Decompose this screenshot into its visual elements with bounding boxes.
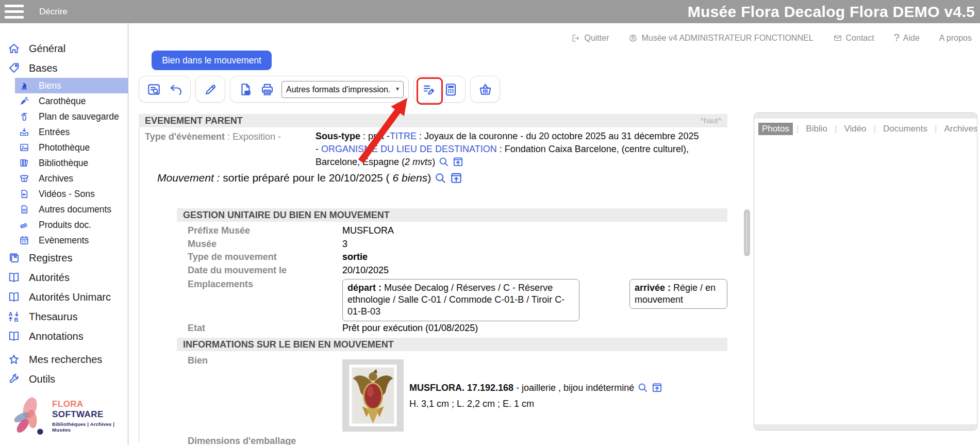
sidebar: Général Bases Biens Carothèque Plan de s… bbox=[0, 23, 128, 445]
sidebar-item-label: Autres documents bbox=[39, 204, 111, 215]
top-bar: Décrire Musée Flora Decalog Flora DEMO v… bbox=[0, 0, 980, 23]
bien-thumbnail[interactable] bbox=[342, 359, 404, 432]
flora-petals-icon bbox=[7, 392, 49, 439]
sidebar-item-label: Entrées bbox=[39, 127, 70, 138]
sidebar-item-autres-documents[interactable]: Autres documents bbox=[0, 202, 128, 217]
search-icon[interactable] bbox=[438, 156, 450, 168]
sidebar-item-archives[interactable]: Archives bbox=[0, 171, 128, 186]
media-panel: Photos | Biblio | Vidéo | Documents | Ar… bbox=[754, 112, 977, 431]
sidebar-item-biens[interactable]: Biens bbox=[15, 78, 128, 93]
print-format-select[interactable]: Autres formats d'impression... bbox=[281, 81, 404, 98]
sidebar-item-autorites-unimarc[interactable]: Autorités Unimarc bbox=[0, 287, 128, 307]
sidebar-item-entrees[interactable]: Entrées bbox=[0, 124, 128, 140]
sidebar-item-outils[interactable]: Outils bbox=[0, 369, 128, 389]
search-icon[interactable] bbox=[637, 382, 649, 393]
contact-button[interactable]: Contact bbox=[833, 34, 874, 43]
carrot-icon bbox=[19, 96, 29, 106]
undo-arrow-icon bbox=[169, 82, 184, 97]
back-to-top-link[interactable]: ^haut^ bbox=[701, 117, 721, 125]
help-button[interactable]: ? Aide bbox=[894, 32, 920, 44]
sidebar-item-bibliotheque[interactable]: Bibliothèque bbox=[0, 155, 128, 171]
open-box-icon bbox=[19, 173, 29, 184]
field-value-type-de-mouvement: sortie bbox=[342, 252, 368, 262]
basket-icon bbox=[478, 82, 493, 97]
panel-splitter-handle[interactable] bbox=[744, 209, 750, 256]
calculator-button[interactable] bbox=[441, 79, 460, 100]
section-header-informations: INFORMATIONS SUR LE BIEN EN MOUVEMENT bbox=[177, 338, 727, 351]
user-circle-icon bbox=[628, 34, 638, 43]
sidebar-item-produits-doc[interactable]: Produits doc. bbox=[0, 217, 128, 233]
open-record-icon[interactable] bbox=[450, 171, 463, 185]
bien-identification-line: MUSFLORA. 17.192.168 - joaillerie , bijo… bbox=[409, 382, 663, 393]
sidebar-item-registres[interactable]: Registres bbox=[0, 248, 128, 268]
undo-button[interactable] bbox=[166, 79, 186, 100]
sidebar-item-carotheque[interactable]: Carothèque bbox=[0, 93, 128, 109]
sidebar-item-general[interactable]: Général bbox=[0, 39, 128, 58]
sidebar-item-label: Plan de sauvegarde bbox=[39, 111, 119, 122]
tab-photos[interactable]: Photos bbox=[758, 123, 793, 135]
logo-brand-first: FLORA bbox=[52, 399, 83, 409]
calculator-icon bbox=[443, 82, 458, 97]
tab-video[interactable]: Vidéo bbox=[840, 123, 870, 135]
field-value-musee: 3 bbox=[342, 239, 347, 250]
exit-icon bbox=[571, 34, 580, 43]
edit-button[interactable] bbox=[201, 79, 220, 100]
tab-bien-dans-le-mouvement[interactable]: Bien dans le mouvement bbox=[152, 51, 272, 70]
sidebar-item-label: Evènements bbox=[39, 235, 89, 246]
media-panel-tabs: Photos | Biblio | Vidéo | Documents | Ar… bbox=[754, 119, 977, 139]
sort-alpha-icon: AB bbox=[8, 310, 20, 323]
star-icon bbox=[8, 353, 20, 366]
location-depart-box: départ : Musée Decalog / Réserves / C - … bbox=[342, 279, 579, 321]
sidebar-item-mes-recherches[interactable]: Mes recherches bbox=[0, 350, 128, 369]
content-left-rule bbox=[139, 114, 139, 442]
field-value-prefixe-musee: MUSFLORA bbox=[342, 225, 394, 236]
open-record-icon[interactable] bbox=[651, 382, 663, 393]
sidebar-item-label: Outils bbox=[29, 373, 55, 385]
section-header-evenement-parent: EVENEMENT PARENT ^haut^ bbox=[139, 114, 727, 127]
open-record-icon[interactable] bbox=[452, 156, 464, 168]
sidebar-item-autorites[interactable]: Autorités bbox=[0, 268, 128, 287]
edit-list-button[interactable] bbox=[419, 79, 438, 100]
home-icon bbox=[8, 42, 20, 55]
file-print-button[interactable] bbox=[235, 79, 255, 100]
list-search-button[interactable] bbox=[144, 79, 163, 100]
sidebar-item-videos-sons[interactable]: Vidéos - Sons bbox=[0, 186, 128, 202]
user-menu[interactable]: Musée v4 ADMINISTRATEUR FONCTIONNEL bbox=[628, 34, 813, 43]
print-button[interactable] bbox=[257, 79, 277, 100]
svg-text:A: A bbox=[9, 311, 13, 317]
printer-icon bbox=[260, 82, 275, 97]
basket-button[interactable] bbox=[475, 79, 495, 100]
flora-software-logo: FLORA SOFTWARE Bibliothèques | Archives … bbox=[7, 392, 128, 439]
media-panel-bottom-strip bbox=[754, 424, 977, 430]
field-label-type-de-mouvement: Type de mouvement bbox=[188, 252, 277, 262]
tab-biblio[interactable]: Biblio bbox=[802, 123, 831, 135]
sidebar-item-label: Photothèque bbox=[39, 142, 90, 153]
sidebar-item-bases[interactable]: Bases bbox=[0, 58, 128, 78]
tab-documents[interactable]: Documents bbox=[879, 123, 931, 135]
sidebar-item-thesaurus[interactable]: AB Thesaurus bbox=[0, 307, 128, 326]
sidebar-item-label: Bibliothèque bbox=[39, 158, 88, 169]
location-arrivee-box: arrivée : Régie / en mouvement bbox=[629, 279, 727, 309]
sidebar-item-label: Mes recherches bbox=[29, 354, 102, 366]
svg-text:B: B bbox=[14, 317, 19, 323]
sidebar-item-label: Annotations bbox=[29, 331, 84, 342]
search-icon[interactable] bbox=[434, 171, 447, 185]
fire-extinguisher-icon bbox=[19, 111, 29, 122]
sidebar-item-annotations[interactable]: Annotations bbox=[0, 326, 128, 346]
about-button[interactable]: A propos bbox=[939, 34, 972, 43]
question-mark-icon: ? bbox=[894, 32, 900, 44]
sidebar-item-evenements[interactable]: Evènements bbox=[0, 233, 128, 248]
tab-archives[interactable]: Archives bbox=[940, 123, 977, 135]
video-file-icon bbox=[19, 189, 29, 199]
calendar-icon bbox=[19, 235, 29, 245]
toolbar-group-list-edit bbox=[413, 76, 466, 103]
logo-tagline: Bibliothèques | Archives | Musées bbox=[52, 421, 128, 433]
sidebar-item-plan-de-sauvegarde[interactable]: Plan de sauvegarde bbox=[0, 109, 128, 124]
sidebar-item-label: Vidéos - Sons bbox=[39, 189, 95, 200]
hamburger-menu-icon[interactable] bbox=[5, 5, 24, 19]
quit-button[interactable]: Quitter bbox=[571, 34, 609, 43]
sidebar-item-phototheque[interactable]: Photothèque bbox=[0, 140, 128, 155]
registers-icon bbox=[8, 252, 20, 264]
chess-knight-icon bbox=[19, 80, 29, 91]
paper-stack-icon bbox=[19, 220, 29, 230]
